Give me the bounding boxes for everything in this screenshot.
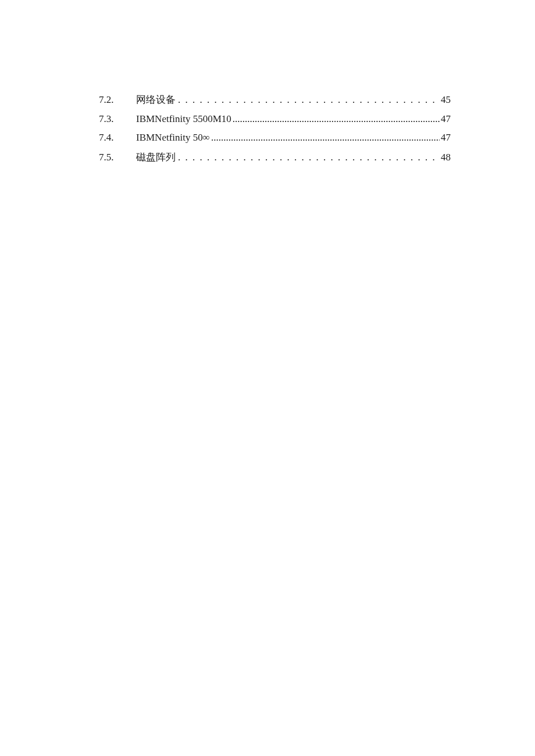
toc-leader [233,113,440,125]
toc-leader [178,152,438,163]
toc-section: 7.2. 网络设备 45 7.3. IBMNetfinity 5500M10 4… [99,93,451,171]
toc-title: IBMNetfinity 50∞ [136,132,210,144]
toc-entry: 7.4. IBMNetfinity 50∞ 47 [99,132,451,144]
toc-number: 7.5. [99,152,136,163]
toc-page: 45 [441,94,451,106]
toc-leader [211,132,440,144]
toc-page: 48 [441,152,451,163]
toc-page: 47 [441,113,451,125]
toc-number: 7.4. [99,132,136,144]
toc-title: 网络设备 [136,93,176,106]
toc-page: 47 [441,132,451,144]
toc-entry: 7.2. 网络设备 45 [99,93,451,106]
toc-entry: 7.5. 磁盘阵列 48 [99,151,451,164]
toc-number: 7.2. [99,94,136,106]
toc-title: IBMNetfinity 5500M10 [136,113,231,125]
toc-leader [178,94,438,106]
toc-number: 7.3. [99,113,136,125]
toc-entry: 7.3. IBMNetfinity 5500M10 47 [99,113,451,125]
toc-title: 磁盘阵列 [136,151,176,164]
